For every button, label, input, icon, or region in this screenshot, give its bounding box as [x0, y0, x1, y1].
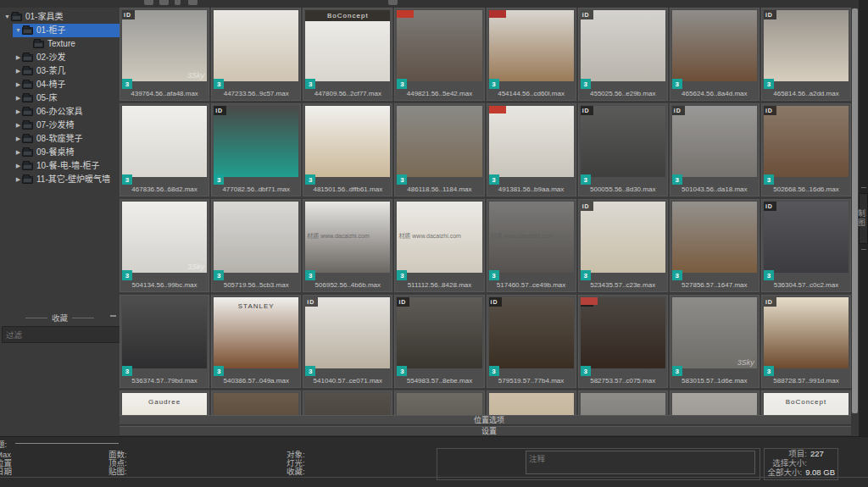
asset-cell[interactable]: 3491381.56..b9aa.max: [487, 103, 576, 196]
tree-expander-icon[interactable]: ▶: [14, 51, 22, 64]
tree-item-label: Texture: [47, 37, 75, 51]
folder-icon: [22, 68, 33, 75]
asset-cell[interactable]: iD3582753.57..c075.max: [578, 295, 668, 388]
asset-cell[interactable]: 材质 www.dacaizhi.com3517460.57..ce49b.max: [487, 199, 576, 292]
asset-thumbnail: 材质 www.dacaizhi.com: [397, 202, 481, 273]
asset-cell[interactable]: iD3502668.56..16d6.max: [761, 103, 851, 196]
asset-cell[interactable]: 材质 www.dacaizhi.com3511112.56..8428.max: [394, 199, 484, 292]
tree-expander-icon[interactable]: ▶: [14, 64, 22, 78]
filter-input[interactable]: [2, 326, 122, 343]
asset-cell[interactable]: BoConcept3447809.56..2cf77.max: [303, 8, 392, 101]
maps-label: 贴图:: [108, 468, 127, 476]
asset-filename: 527856.57..1647.max: [671, 281, 758, 291]
tree-expander-icon[interactable]: ▶: [14, 159, 22, 173]
asset-cell[interactable]: iD3523435.57..c23e.max: [578, 199, 668, 292]
asset-cell[interactable]: [578, 390, 668, 415]
tree-expander-icon[interactable]: ▶: [14, 119, 22, 132]
tree-expander-icon[interactable]: ▶: [14, 105, 22, 119]
tree-item-texture[interactable]: Texture: [0, 37, 120, 51]
tree-item-05-[interactable]: ▶05-床: [0, 91, 120, 105]
tree-item-02-[interactable]: ▶02-沙发: [0, 51, 120, 64]
tree-expander-icon[interactable]: ▶: [14, 132, 22, 146]
asset-cell[interactable]: iD3536304.57..c0c2.max: [761, 199, 851, 292]
asset-cell[interactable]: iD3455025.56..e29b.max: [578, 8, 668, 101]
asset-cell[interactable]: 3Sky3583015.57..1d6e.max: [670, 295, 760, 388]
asset-cell[interactable]: 3454144.56..cd60l.max: [487, 8, 576, 101]
tree-item-11-[interactable]: ▶11-其它-壁炉暖气墙: [0, 173, 120, 186]
asset-thumbnail: iD: [214, 106, 298, 177]
asset-cell[interactable]: [670, 390, 760, 415]
asset-cell[interactable]: 3505719.56..5cb3.max: [211, 199, 301, 292]
collapse-icon[interactable]: [110, 315, 116, 317]
asset-cell[interactable]: STANLEY3540386.57..049a.max: [211, 295, 301, 388]
asset-cell[interactable]: iD3465814.56..a2dd.max: [761, 8, 851, 101]
tree-item-label: 11-其它-壁炉暖气墙: [36, 173, 110, 186]
tree-item-03-[interactable]: ▶03-茶几: [0, 64, 120, 78]
settings-bar[interactable]: 设置: [120, 426, 859, 436]
asset-cell[interactable]: [487, 390, 576, 415]
tree-item-08-[interactable]: ▶08-软座凳子: [0, 132, 120, 146]
asset-filename: 481501.56..dffb61.max: [304, 185, 391, 195]
asset-cell[interactable]: 3449821.56..5e42.max: [394, 8, 484, 101]
save-icon[interactable]: [159, 0, 169, 5]
sky-watermark: 3Sky: [187, 263, 204, 271]
asset-cell[interactable]: iD3541040.57..ce071.max: [303, 295, 392, 388]
tree-expander-icon[interactable]: ▼: [14, 24, 22, 37]
new-folder-icon[interactable]: [144, 0, 153, 5]
id-watermark-logo: iD: [764, 202, 776, 211]
tree-item-01-[interactable]: ▼01-家具类: [0, 10, 120, 24]
asset-cell[interactable]: 3527856.57..1647.max: [670, 199, 760, 292]
asset-cell[interactable]: [303, 390, 392, 415]
asset-cell[interactable]: 3447233.56..9c57.max: [211, 8, 301, 101]
tree-item-06-[interactable]: ▶06-办公家具: [0, 105, 120, 119]
max-version-badge: 3: [489, 79, 499, 89]
status-divider: [0, 477, 868, 478]
asset-cell[interactable]: iD3501043.56..da18.max: [670, 103, 760, 196]
tree-item-04-[interactable]: ▶04-椅子: [0, 78, 120, 91]
comment-input[interactable]: [526, 451, 755, 474]
asset-cell[interactable]: 3486118.56..1184.max: [394, 103, 484, 196]
tree-expander-icon[interactable]: ▶: [14, 91, 22, 105]
tree-expander-icon[interactable]: ▶: [14, 173, 22, 186]
tree-item-07-[interactable]: ▶07-沙发椅: [0, 119, 120, 132]
max-version-badge: 3: [122, 79, 132, 89]
asset-cell[interactable]: [211, 390, 301, 415]
asset-cell[interactable]: iD3554983.57..8ebe.max: [394, 295, 484, 388]
location-options-bar[interactable]: 位置选项: [120, 415, 859, 425]
tree-item-09-[interactable]: ▶09-餐桌椅: [0, 146, 120, 159]
asset-manager-window: ▼01-家具类▼01-柜子Texture▶02-沙发▶03-茶几▶04-椅子▶0…: [0, 0, 868, 487]
asset-cell[interactable]: BoConcept: [761, 390, 851, 415]
tree-expander-icon[interactable]: ▼: [3, 10, 11, 24]
asset-cell[interactable]: iD3Sky3439764.56..afa48.max: [120, 8, 209, 101]
view-dropdown-icon[interactable]: [175, 0, 181, 5]
id-watermark-logo: iD: [581, 106, 593, 115]
asset-cell[interactable]: 3536374.57..79bd.max: [120, 295, 209, 388]
asset-thumbnail: [122, 106, 207, 177]
side-panel-tab[interactable]: 制图: [859, 193, 868, 244]
asset-cell[interactable]: 3Sky3504134.56..99bc.max: [120, 199, 209, 292]
asset-thumbnail: iD: [672, 106, 757, 177]
tree-expander-icon[interactable]: ▶: [14, 146, 22, 159]
favorites-header[interactable]: 收藏: [0, 312, 120, 324]
tree-item-01-[interactable]: ▼01-柜子: [0, 24, 120, 37]
tree-expander-icon[interactable]: ▶: [14, 78, 22, 91]
max-version-badge: 3: [397, 270, 407, 280]
asset-cell[interactable]: [394, 390, 484, 415]
max-version-badge: 3: [764, 270, 774, 280]
asset-cell[interactable]: iD3477082.56..dbf71.max: [211, 103, 301, 196]
asset-cell[interactable]: 3467836.56..68d2.max: [120, 103, 209, 196]
asset-cell[interactable]: 3465624.56..8a4d.max: [670, 8, 760, 101]
toolbar-icon[interactable]: [388, 0, 398, 5]
asset-thumbnail: iD: [397, 297, 481, 368]
asset-cell[interactable]: 材质 www.dacaizhi.com3506952.56..4b6b.max: [303, 199, 392, 292]
asset-cell[interactable]: iD3588728.57..991d.max: [761, 295, 851, 388]
status-bar: 题: Max 位置 日期 面数: 顶点: 贴图: 对象: 灯光: 收藏: 项目:…: [0, 436, 868, 487]
asset-cell[interactable]: 3481501.56..dffb61.max: [303, 103, 392, 196]
asset-cell[interactable]: iD3579519.57..77b4.max: [487, 295, 576, 388]
asset-cell[interactable]: iD3500055.56..8d30.max: [578, 103, 668, 196]
tree-item-10-[interactable]: ▶10-餐-电-墙-柜子: [0, 159, 120, 173]
tree-item-label: 10-餐-电-墙-柜子: [36, 159, 99, 173]
asset-cell[interactable]: Gaudree: [120, 390, 209, 415]
max-version-badge: 3: [122, 270, 132, 280]
gear-icon[interactable]: [188, 0, 198, 5]
